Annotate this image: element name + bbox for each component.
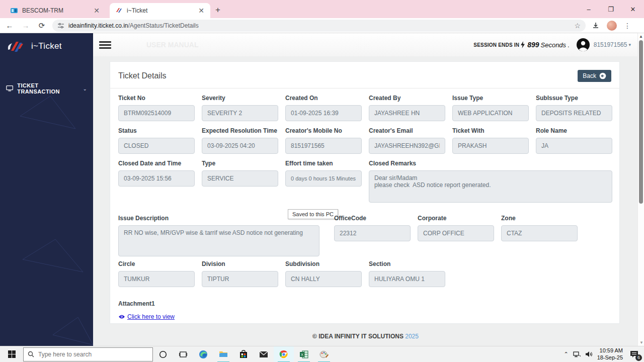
attachment-section: Attachment1 Click here to view [110,300,619,320]
bookmark-star-icon[interactable]: ☆ [574,22,581,30]
start-button[interactable] [0,346,23,362]
field-row-3: Closed Date and Time Type Effort time ta… [110,160,619,205]
expected-resolution-field[interactable] [202,138,278,154]
action-center-button[interactable]: 6 [627,348,641,360]
field-label: Ticket No [118,95,195,102]
back-button[interactable]: Back [578,70,611,82]
taskbar-clock[interactable]: 10:59 AM 18-Sep-25 [597,347,623,361]
taskbar-search[interactable] [23,347,153,361]
tab-close-icon[interactable]: ✕ [93,7,101,15]
edge-button[interactable] [193,346,213,362]
role-name-field[interactable] [536,138,612,154]
tab-close-icon[interactable]: ✕ [197,7,205,15]
vertical-scrollbar[interactable]: ▲ ▼ [637,33,644,346]
minimize-button[interactable]: – [578,0,600,18]
browser-profile-avatar[interactable] [607,21,617,31]
chrome-button[interactable] [274,346,294,362]
tab-iticket[interactable]: i~Ticket ✕ [110,3,210,18]
field-row-1: Ticket No Severity Created On Created By… [110,95,619,121]
circle-field[interactable] [118,271,195,287]
task-view-button[interactable] [173,346,193,362]
scrollbar-up-icon[interactable]: ▲ [639,34,643,39]
tab-bescom-trm[interactable]: BESCOM-TRM ✕ [5,3,106,18]
session-dot: . [568,41,570,49]
severity-field[interactable] [202,105,278,121]
paint-button[interactable] [314,346,334,362]
page-content: Ticket Details Back Ticket No Severity C… [93,56,638,346]
sidebar-item-ticket-transaction[interactable]: TICKET TRANSACTION ⌄ [0,78,93,99]
zone-field[interactable] [501,225,578,241]
corporate-field[interactable] [418,225,494,241]
site-settings-icon[interactable] [57,22,64,29]
new-tab-button[interactable]: + [215,5,220,15]
field-label: Subdivision [285,260,362,267]
scrollbar-thumb[interactable] [639,40,643,204]
cortana-button[interactable] [153,346,173,362]
maximize-button[interactable]: ❐ [600,0,622,18]
network-icon[interactable] [573,351,581,358]
browser-titlebar: BESCOM-TRM ✕ i~Ticket ✕ + – ❐ ✕ [0,0,644,18]
status-field[interactable] [118,138,195,154]
search-icon [28,351,34,357]
ticket-with-field[interactable] [452,138,529,154]
tray-chevron-icon[interactable]: ⌃ [564,351,568,357]
eye-icon [118,314,125,319]
section-field[interactable] [369,271,445,287]
download-icon[interactable] [592,22,600,30]
user-id-dropdown[interactable]: 8151971565 [594,41,627,48]
field-label: OfficeCode [334,215,411,222]
ticket-details-panel: Ticket Details Back Ticket No Severity C… [110,61,620,324]
cortana-icon [159,350,167,358]
field-label: Created On [285,95,362,102]
subdivision-field[interactable] [285,271,362,287]
field-label: Circle [118,260,195,267]
field-row-5: Circle Division Subdivision Section [110,260,619,287]
field-label: Ticket With [452,127,529,134]
ticket-no-field[interactable] [118,105,195,121]
creator-mobile-field[interactable] [285,138,362,154]
user-avatar-icon[interactable] [577,38,590,51]
attachment-label: Attachment1 [118,300,611,307]
back-icon[interactable]: ← [3,21,16,30]
scrollbar-down-icon[interactable]: ▼ [639,340,643,345]
close-button[interactable]: ✕ [622,0,644,18]
store-button[interactable] [233,346,254,362]
app-brand-name: i~Ticket [31,41,62,51]
hamburger-menu-icon[interactable] [99,40,111,50]
toolbar-right: ⋮ [592,21,631,31]
field-row-2: Status Expected Resolution Time Creator'… [110,127,619,154]
mail-button[interactable] [254,346,274,362]
chrome-menu-icon[interactable]: ⋮ [624,22,631,30]
session-label: SESSION ENDS IN [473,42,519,48]
office-code-field[interactable] [334,225,411,241]
closed-datetime-field[interactable] [118,170,195,187]
taskbar-tray: ⌃ 10:59 AM 18-Sep-25 6 [564,347,644,361]
field-label: Role Name [536,127,612,134]
excel-button[interactable]: X [294,346,314,362]
reload-icon[interactable]: ⟳ [35,21,48,30]
user-manual-link[interactable]: USER MANUAL [146,41,198,49]
issue-type-field[interactable] [452,105,529,121]
sidebar: i~Ticket TICKET TRANSACTION ⌄ [0,33,93,346]
type-field[interactable] [202,170,278,187]
creator-email-field[interactable] [369,138,445,154]
effort-time-field[interactable] [285,170,362,187]
issue-description-field[interactable]: RR NO wise, MR/GVP wise & tarrif wise AS… [118,225,319,256]
mail-icon [259,351,268,358]
search-input[interactable] [38,351,139,358]
closed-remarks-field[interactable]: Dear sir/Madam please check ASD notice r… [369,170,612,203]
volume-icon[interactable] [585,351,593,357]
footer-year: 2025 [405,333,419,340]
session-unit: Seconds [541,41,567,49]
attachment-view-link[interactable]: Click here to view [118,313,611,320]
file-explorer-button[interactable] [213,346,233,362]
subissue-type-field[interactable] [536,105,612,121]
division-field[interactable] [202,271,278,287]
url-bar[interactable]: ideainfinity.iticket.co.in/AgentStatus/T… [52,20,586,32]
field-label: Issue Type [452,95,529,102]
created-on-field[interactable] [285,105,362,121]
created-by-field[interactable] [369,105,445,121]
divider [110,88,619,88]
forward-icon[interactable]: → [19,21,32,30]
field-row-4: Issue DescriptionRR NO wise, MR/GVP wise… [110,215,619,258]
